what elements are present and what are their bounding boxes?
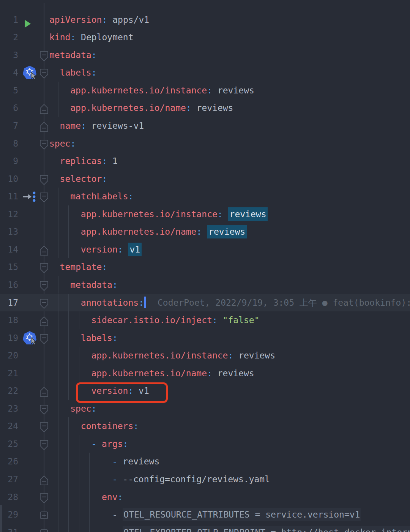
yaml-value[interactable]: reviews: [191, 103, 233, 113]
yaml-colon[interactable]: :: [102, 15, 107, 25]
editor-line-6[interactable]: 6app.kubernetes.io/name: reviews: [0, 99, 410, 117]
line-number[interactable]: 10: [0, 170, 18, 188]
yaml-colon[interactable]: :: [207, 85, 212, 95]
yaml-key[interactable]: app.kubernetes.io/instance: [70, 85, 207, 95]
editor-line-3[interactable]: 3metadata:: [0, 46, 410, 64]
line-number[interactable]: 28: [0, 488, 18, 506]
editor-line-7[interactable]: 7name: reviews-v1: [0, 117, 410, 135]
line-number[interactable]: 12: [0, 205, 18, 223]
yaml-colon[interactable]: :: [102, 156, 107, 166]
code-text[interactable]: app.kubernetes.io/name: reviews: [91, 365, 254, 382]
yaml-value[interactable]: apps/v1: [107, 15, 149, 25]
yaml-value[interactable]: 1: [107, 156, 118, 166]
code-text[interactable]: spec:: [49, 135, 76, 153]
editor-line-8[interactable]: 8spec:: [0, 135, 410, 153]
yaml-colon[interactable]: :: [112, 280, 118, 290]
yaml-string-value[interactable]: "false": [218, 315, 260, 325]
code-text[interactable]: replicas: 1: [60, 152, 118, 170]
yaml-dash[interactable]: -: [91, 439, 102, 449]
editor-line-14[interactable]: 14version: v1: [0, 241, 410, 259]
yaml-colon[interactable]: :: [112, 333, 118, 343]
line-number[interactable]: 27: [0, 470, 18, 488]
fold-expand-icon[interactable]: [39, 527, 49, 532]
yaml-colon[interactable]: :: [91, 404, 97, 414]
editor-line-25[interactable]: 25- args:: [0, 435, 410, 453]
code-text[interactable]: labels:: [60, 64, 97, 82]
line-number[interactable]: 3: [0, 46, 18, 64]
editor-line-27[interactable]: 27- --config=config/reviews.yaml: [0, 470, 410, 488]
yaml-colon[interactable]: :: [70, 139, 76, 148]
line-number[interactable]: 4: [0, 64, 18, 82]
line-number[interactable]: 26: [0, 453, 18, 470]
yaml-key[interactable]: spec: [70, 404, 91, 414]
editor-line-31[interactable]: 31- OTEL_EXPORTER_OTLP_ENDPOINT = http:/…: [0, 524, 410, 532]
yaml-colon[interactable]: :: [228, 350, 233, 360]
code-text[interactable]: selector:: [60, 170, 107, 188]
yaml-key[interactable]: args: [102, 439, 123, 449]
code-text[interactable]: matchLabels:: [70, 188, 133, 205]
line-number[interactable]: 24: [0, 417, 18, 435]
line-number[interactable]: 9: [0, 152, 18, 170]
yaml-key[interactable]: name: [60, 121, 81, 131]
yaml-colon[interactable]: :: [123, 439, 128, 449]
code-text[interactable]: env:: [102, 488, 123, 506]
line-number[interactable]: 19: [0, 329, 18, 347]
code-text[interactable]: containers:: [81, 417, 139, 435]
yaml-value[interactable]: reviews-v1: [86, 121, 144, 131]
code-text[interactable]: metadata:: [49, 46, 97, 64]
line-number[interactable]: 18: [0, 311, 18, 329]
yaml-colon[interactable]: :: [91, 50, 97, 60]
yaml-colon[interactable]: :: [186, 103, 191, 113]
yaml-dash[interactable]: -: [112, 474, 123, 484]
folded-env-preview[interactable]: OTEL_RESOURCE_ATTRIBUTES = service.versi…: [123, 508, 361, 521]
editor-line-2[interactable]: 2kind: Deployment: [0, 28, 410, 46]
yaml-key[interactable]: app.kubernetes.io/name: [91, 368, 207, 378]
folded-env-preview[interactable]: OTEL_EXPORTER_OTLP_ENDPOINT = http://hos…: [123, 526, 410, 532]
line-number[interactable]: 2: [0, 28, 18, 46]
yaml-value-highlighted[interactable]: reviews: [207, 225, 247, 238]
editor-line-23[interactable]: 23spec:: [0, 400, 410, 418]
editor-line-1[interactable]: 1apiVersion: apps/v1: [0, 11, 410, 29]
code-text[interactable]: template:: [60, 258, 107, 276]
yaml-key[interactable]: metadata: [70, 280, 112, 290]
yaml-colon[interactable]: :: [118, 492, 123, 502]
yaml-key[interactable]: selector: [60, 174, 102, 184]
code-text[interactable]: app.kubernetes.io/instance: reviews: [70, 82, 254, 99]
code-text[interactable]: kind: Deployment: [49, 28, 134, 46]
yaml-value[interactable]: reviews: [212, 85, 254, 95]
yaml-value[interactable]: [123, 245, 128, 254]
editor-line-15[interactable]: 15template:: [0, 258, 410, 276]
code-text[interactable]: metadata:: [70, 276, 118, 294]
yaml-key[interactable]: matchLabels: [70, 191, 128, 201]
yaml-value[interactable]: reviews: [212, 368, 254, 378]
yaml-colon[interactable]: :: [196, 227, 202, 237]
editor-line-26[interactable]: 26- reviews: [0, 453, 410, 470]
code-text[interactable]: app.kubernetes.io/name: reviews: [70, 99, 233, 117]
yaml-colon[interactable]: :: [212, 315, 218, 325]
code-text[interactable]: - --config=config/reviews.yaml: [112, 470, 270, 488]
yaml-colon[interactable]: :: [102, 174, 107, 184]
editor-line-19[interactable]: 19 labels:: [0, 329, 410, 347]
editor-line-10[interactable]: 10selector:: [0, 170, 410, 188]
editor-line-21[interactable]: 21app.kubernetes.io/name: reviews: [0, 365, 410, 382]
yaml-key[interactable]: app.kubernetes.io/name: [70, 103, 186, 113]
yaml-key[interactable]: annotations: [81, 298, 139, 308]
editor-line-20[interactable]: 20app.kubernetes.io/instance: reviews: [0, 347, 410, 365]
line-number[interactable]: 29: [0, 506, 18, 524]
yaml-key[interactable]: sidecar.istio.io/inject: [91, 315, 212, 325]
line-number[interactable]: 31: [0, 524, 18, 532]
yaml-key[interactable]: spec: [49, 139, 70, 148]
yaml-value-highlighted[interactable]: v1: [128, 243, 142, 256]
yaml-value[interactable]: reviews: [233, 350, 275, 360]
yaml-dash[interactable]: -: [112, 527, 123, 532]
code-text[interactable]: version: v1: [81, 241, 142, 259]
editor-line-17[interactable]: 17annotations:CoderPoet, 2022/9/19, 3:05…: [0, 294, 410, 312]
yaml-key[interactable]: app.kubernetes.io/instance: [91, 350, 228, 360]
editor-line-13[interactable]: 13app.kubernetes.io/name: reviews: [0, 223, 410, 241]
code-text[interactable]: labels:: [81, 329, 118, 347]
line-number[interactable]: 13: [0, 223, 18, 241]
yaml-colon[interactable]: :: [128, 191, 134, 201]
yaml-colon[interactable]: :: [133, 421, 139, 431]
yaml-colon[interactable]: :: [218, 209, 223, 219]
yaml-value[interactable]: [202, 227, 207, 237]
